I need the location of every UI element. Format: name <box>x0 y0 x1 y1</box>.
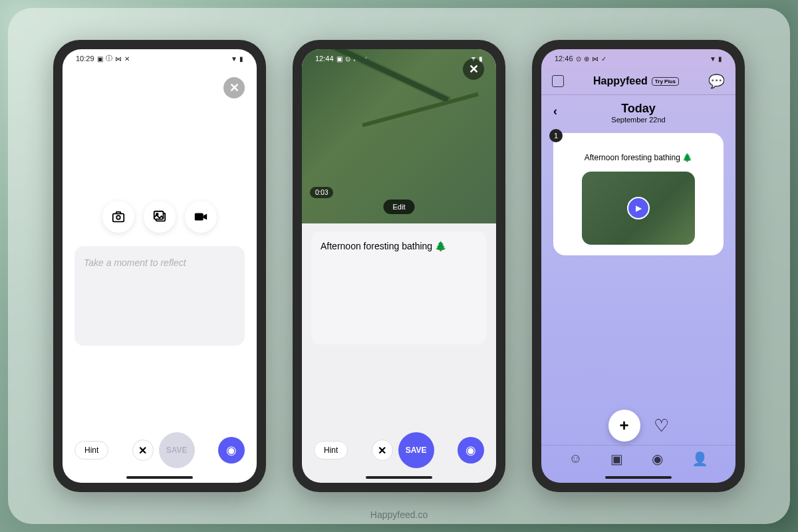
svg-rect-0 <box>113 213 124 221</box>
date-subtitle: September 22nd <box>541 116 735 124</box>
back-button[interactable]: ‹ <box>553 104 557 118</box>
save-button[interactable]: SAVE <box>398 432 434 468</box>
status-time: 12:46 <box>555 55 573 63</box>
placeholder-text: Take a moment to reflect <box>84 257 186 268</box>
entry-input[interactable]: Afternoon foresting bathing 🌲 <box>311 231 487 344</box>
status-bar: 10:29 ▣ ⓘ ⋈ ✕ ▼ ▮ <box>63 49 257 68</box>
svg-rect-5 <box>195 213 203 221</box>
tab-smile-icon[interactable]: ☺ <box>569 451 582 467</box>
video-thumbnail[interactable]: ▶ <box>582 172 695 245</box>
phone-3: 12:46 ⊙ ⊕ ⋈ ✓ ▼ ▮ Happyfeed Try Plus 💬 <box>532 40 745 492</box>
heart-button[interactable]: ♡ <box>654 410 669 442</box>
svg-point-1 <box>116 215 120 219</box>
wifi-icon: ▼ <box>710 55 716 63</box>
edit-button[interactable]: Edit <box>384 200 415 214</box>
status-icon: ⓘ <box>106 54 112 63</box>
status-icon: ⊙ <box>576 55 581 63</box>
phone-2: 12:44 ▣ ⊙ ⋈ ✓ ▼ ▮ ✕ 0:03 Edit Afternoon <box>293 40 505 492</box>
cancel-button[interactable]: ✕ <box>372 440 393 461</box>
status-icon: ⋈ <box>592 55 598 63</box>
reflect-input[interactable]: Take a moment to reflect <box>74 246 245 346</box>
battery-icon: ▮ <box>718 55 722 63</box>
save-button[interactable]: SAVE <box>159 432 195 468</box>
status-icon: ✓ <box>601 55 606 63</box>
close-button[interactable]: ✕ <box>223 77 245 98</box>
wifi-icon: ▼ <box>231 55 237 63</box>
home-indicator[interactable] <box>366 476 432 479</box>
entry-card[interactable]: 1 Afternoon foresting bathing 🌲 ▶ <box>553 133 724 255</box>
video-preview[interactable]: 12:44 ▣ ⊙ ⋈ ✓ ▼ ▮ ✕ 0:03 Edit <box>302 49 496 223</box>
add-button[interactable]: + <box>608 410 640 442</box>
video-duration: 0:03 <box>310 187 333 198</box>
app-title: Happyfeed Try Plus <box>593 75 679 87</box>
swirl-button[interactable]: ◉ <box>458 437 484 464</box>
status-icon: ⊕ <box>584 55 589 63</box>
battery-icon: ▮ <box>239 55 243 63</box>
tab-profile-icon[interactable]: 👤 <box>692 451 708 467</box>
status-bar: 12:46 ⊙ ⊕ ⋈ ✓ ▼ ▮ <box>541 49 735 68</box>
entry-text: Afternoon foresting bathing 🌲 <box>564 153 713 162</box>
photo-icon[interactable] <box>552 75 564 87</box>
tab-bar: ☺ ▣ ◉ 👤 <box>541 445 735 472</box>
try-plus-badge[interactable]: Try Plus <box>652 77 679 86</box>
status-time: 10:29 <box>76 55 94 63</box>
swirl-button[interactable]: ◉ <box>218 437 245 464</box>
chat-icon[interactable]: 💬 <box>708 73 725 89</box>
status-icon: ✕ <box>124 55 130 63</box>
status-icon: ⋈ <box>115 55 122 63</box>
cancel-button[interactable]: ✕ <box>132 440 154 461</box>
showcase-container: 10:29 ▣ ⓘ ⋈ ✕ ▼ ▮ ✕ <box>8 8 790 524</box>
date-title: Today <box>541 102 735 116</box>
video-button[interactable] <box>185 201 217 233</box>
close-button[interactable]: ✕ <box>463 59 484 80</box>
home-indicator[interactable] <box>126 476 193 479</box>
watermark: Happyfeed.co <box>370 509 428 520</box>
hint-button[interactable]: Hint <box>314 441 348 460</box>
tab-stack-icon[interactable]: ▣ <box>610 451 623 467</box>
entry-badge: 1 <box>549 129 563 142</box>
entry-text: Afternoon foresting bathing 🌲 <box>321 241 446 251</box>
hint-button[interactable]: Hint <box>74 441 108 460</box>
home-indicator[interactable] <box>605 476 672 479</box>
status-icon: ▣ <box>97 55 103 63</box>
tab-swirl-icon[interactable]: ◉ <box>652 451 663 467</box>
gallery-button[interactable] <box>144 201 176 233</box>
play-icon: ▶ <box>627 197 650 219</box>
phone-1: 10:29 ▣ ⓘ ⋈ ✕ ▼ ▮ ✕ <box>53 40 266 492</box>
camera-button[interactable] <box>102 201 134 233</box>
